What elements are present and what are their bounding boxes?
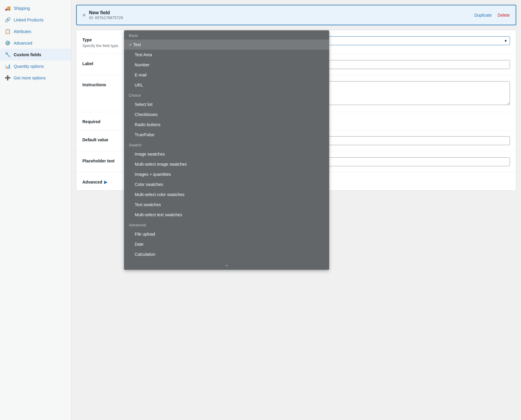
dropdown-item-select-list[interactable]: Select list [124,99,329,109]
main-content: ≡ New field ID: 657b176875729 Duplicate … [71,0,521,420]
duplicate-button[interactable]: Duplicate [474,13,492,18]
sidebar-item-custom-fields[interactable]: 🔧Custom fields [0,49,71,60]
dropdown-group-choice: Choice [124,90,329,99]
type-row: Type Specify the field type. Text ▾ Basi… [76,30,516,54]
attributes-icon: 📋 [5,29,11,34]
dropdown-item-date[interactable]: Date [124,239,329,249]
dropdown-item-text-swatches[interactable]: Text swatches [124,200,329,210]
dropdown-item-radio-buttons[interactable]: Radio buttons [124,120,329,130]
sidebar-item-label: Advanced [14,41,32,46]
dropdown-item-url[interactable]: URL [124,80,329,90]
dropdown-scroll-indicator: ⌄ [124,259,329,270]
dropdown-item-image-swatches[interactable]: Image swatches [124,149,329,159]
sidebar-item-linked-products[interactable]: 🔗Linked Products [0,14,71,26]
sidebar: 🚚Shipping🔗Linked Products📋Attributes⚙️Ad… [0,0,71,420]
dropdown-item-e-mail[interactable]: E-mail [124,70,329,80]
sidebar-item-shipping[interactable]: 🚚Shipping [0,2,71,14]
field-title: New field [89,10,123,15]
dropdown-group-basic: Basic [124,30,329,40]
sidebar-item-label: Get more options [14,76,45,80]
sidebar-item-label: Quantity options [14,64,44,69]
quantity-options-icon: 📊 [5,63,11,69]
dropdown-item-true/false[interactable]: True/False [124,130,329,140]
dropdown-item-multi-select-image-swatches[interactable]: Multi-select image swatches [124,159,329,169]
sidebar-item-label: Custom fields [14,52,41,57]
linked-products-icon: 🔗 [5,17,11,23]
field-card: ≡ New field ID: 657b176875729 Duplicate … [76,5,516,25]
dropdown-item-calculation[interactable]: Calculation [124,249,329,259]
sidebar-item-quantity-options[interactable]: 📊Quantity options [0,60,71,72]
dropdown-item-multi-select-color-swatches[interactable]: Multi-select color swatches [124,189,329,200]
custom-fields-icon: 🔧 [5,52,11,57]
dropdown-group-swatch: Swatch [124,140,329,149]
check-icon: ✓ [129,43,132,47]
field-card-info: New field ID: 657b176875729 [89,10,123,20]
dropdown-item-text-area[interactable]: Text Area [124,50,329,60]
sidebar-item-attributes[interactable]: 📋Attributes [0,26,71,37]
field-card-actions: Duplicate Delete [474,13,510,18]
sidebar-item-get-more-options[interactable]: ➕Get more options [0,72,71,84]
dropdown-item-number[interactable]: Number [124,60,329,70]
advanced-icon: ⚙️ [5,40,11,46]
dropdown-item-color-swatches[interactable]: Color swatches [124,179,329,189]
page-layout: 🚚Shipping🔗Linked Products📋Attributes⚙️Ad… [0,0,521,420]
sidebar-item-label: Attributes [14,29,31,34]
dropdown-item-multi-select-text-swatches[interactable]: Multi-select text swatches [124,210,329,220]
shipping-icon: 🚚 [5,5,11,11]
dropdown-item-checkboxes[interactable]: Checkboxes [124,109,329,120]
dropdown-item-images-+-quantities[interactable]: Images + quantities [124,169,329,179]
type-dropdown: Basic✓TextText AreaNumberE-mailURLChoice… [124,30,329,270]
sidebar-item-advanced[interactable]: ⚙️Advanced [0,37,71,49]
field-card-left: ≡ New field ID: 657b176875729 [83,10,123,20]
dropdown-item-text[interactable]: ✓Text [124,40,329,50]
type-field: Text ▾ Basic✓TextText AreaNumberE-mailUR… [142,36,510,45]
form-section: Type Specify the field type. Text ▾ Basi… [76,30,516,191]
delete-button[interactable]: Delete [498,13,510,18]
sidebar-item-label: Linked Products [14,18,43,22]
get-more-options-icon: ➕ [5,75,11,81]
chevron-right-icon: ▶ [104,180,107,184]
sidebar-item-label: Shipping [14,6,30,11]
drag-handle-icon[interactable]: ≡ [83,12,85,18]
dropdown-item-file-upload[interactable]: File upload [124,229,329,239]
field-id: ID: 657b176875729 [89,15,123,20]
dropdown-group-advanced: Advanced [124,220,329,229]
chevron-down-icon: ▾ [505,38,507,43]
